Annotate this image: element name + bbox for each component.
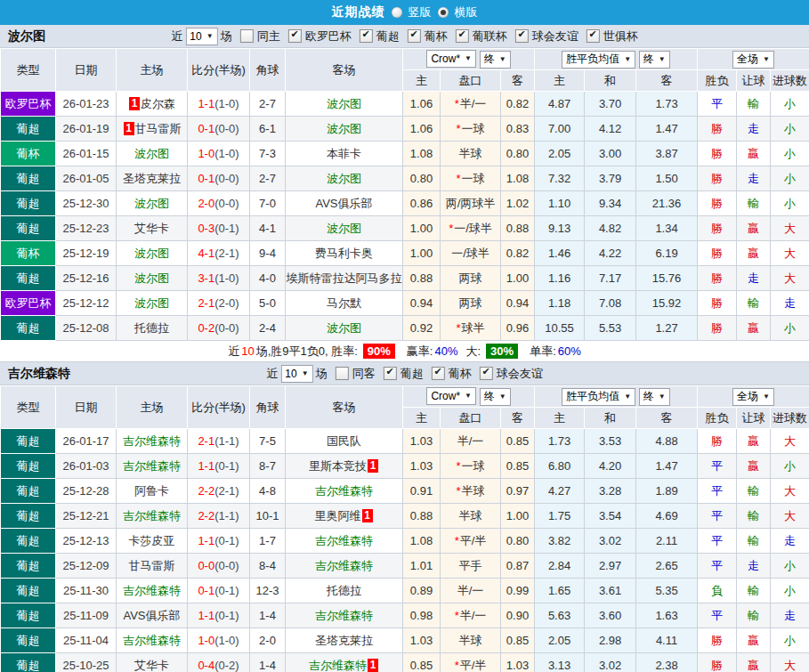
league-checkbox[interactable] (360, 29, 373, 43)
avg-metric-select[interactable]: 胜平负均值▼ (562, 51, 635, 69)
team-name: 吉尔维森特 (123, 434, 181, 448)
score-cell: 2-1(2-0) (188, 291, 250, 316)
caret-down-icon: ▼ (499, 393, 506, 401)
away-odds: 1.08 (501, 166, 535, 191)
match-date: 25-12-28 (56, 479, 117, 504)
league-checkbox[interactable] (515, 29, 529, 43)
half-time-score: (0-2) (214, 659, 239, 672)
competition-badge: 葡超 (1, 266, 55, 290)
competition-badge: 欧罗巴杯 (1, 291, 55, 315)
match-scope-select[interactable]: 全场▼ (732, 51, 774, 69)
league-checkbox[interactable] (587, 29, 600, 43)
team-name: 波尔图 (134, 247, 169, 260)
match-row: 葡超25-12-09甘马雷斯0-0(0-0)8-4吉尔维森特1.01平手0.87… (1, 554, 809, 579)
competition-cell: 葡超 (1, 216, 56, 241)
handicap-text: 半/一 (460, 609, 487, 622)
horizontal-layout-label: 横版 (455, 4, 478, 20)
avg-draw-odds: 4.82 (585, 216, 636, 241)
early-odds-star: * (456, 172, 460, 185)
league-checkbox[interactable] (408, 29, 421, 43)
match-row: 葡超26-01-17吉尔维森特2-1(1-1)7-5国民队1.03半/一0.85… (1, 429, 809, 454)
competition-badge: 葡超 (1, 166, 55, 190)
odds-time-select[interactable]: 终▼ (480, 51, 511, 69)
corner-score: 2-4 (250, 316, 286, 341)
score-cell: 1-0(1-0) (188, 142, 250, 166)
handicap-result-cell: 輸 (737, 291, 771, 316)
avg-group-header: 胜平负均值▼ 终▼ (535, 386, 698, 408)
league-checkbox[interactable] (456, 29, 469, 43)
team-name: 艾华卡 (134, 659, 169, 672)
half-time-score: (0-0) (214, 172, 239, 185)
odds-time-select[interactable]: 终▼ (480, 388, 511, 406)
handicap-text: 两/两球半 (446, 197, 496, 210)
match-row: 葡超25-11-04吉尔维森特1-0(1-0)2-0圣塔克莱拉1.03半球0.8… (1, 628, 809, 653)
handicap-text: 半/一 (460, 97, 487, 110)
sub-column-header: 进球数 (771, 408, 809, 429)
team-name: 皮尔森 (141, 97, 175, 110)
select-value: Crow* (431, 390, 460, 402)
home-team-cell: 吉尔维森特 (117, 504, 188, 529)
results-table: 类型日期主场比分(半场)角球客场Crow*▼ 终▼胜平负均值▼ 终▼全场▼主盘口… (0, 385, 809, 672)
avg-away-odds: 15.92 (636, 291, 698, 316)
handicap-result-cell: 輸 (737, 529, 771, 554)
goals-result-cell: 小 (771, 579, 809, 603)
avg-time-select[interactable]: 终▼ (639, 51, 670, 69)
same-venue-label: 同客 (352, 366, 376, 382)
league-checkbox[interactable] (384, 367, 397, 380)
match-row: 葡超25-12-21吉尔维森特2-2(1-1)10-1里奥阿维10.88半球1.… (1, 504, 809, 529)
sub-column-header: 胜负 (698, 408, 737, 429)
handicap: 半/一 (441, 579, 501, 603)
home-team-cell: 吉尔维森特 (117, 454, 188, 479)
select-value: 全场 (737, 52, 758, 67)
sub-column-header: 进球数 (771, 70, 809, 92)
avg-draw-odds: 5.53 (585, 316, 636, 341)
full-time-score: 0-1 (198, 122, 214, 135)
team-name: 圣塔克莱拉 (123, 172, 181, 185)
handicap-result-cell: 贏 (737, 241, 771, 266)
vertical-layout-radio[interactable] (392, 7, 402, 18)
avg-home-odds: 1.18 (535, 291, 585, 316)
half-time-score: (1-0) (214, 147, 239, 160)
column-header: 角球 (250, 386, 286, 429)
result-cell: 勝 (698, 429, 737, 454)
same-venue-checkbox[interactable] (240, 29, 254, 43)
column-header: 类型 (1, 49, 56, 92)
near-label: 近 (171, 28, 182, 45)
away-team-cell: 波尔图 (286, 216, 403, 241)
competition-badge: 葡超 (1, 579, 55, 603)
goals-result-cell: 小 (771, 92, 809, 117)
avg-metric-select[interactable]: 胜平负均值▼ (562, 388, 635, 406)
full-time-score: 0-1 (198, 172, 214, 185)
competition-cell: 葡超 (1, 266, 56, 291)
games-count-select[interactable]: 10▼ (280, 365, 312, 383)
match-row: 葡杯25-12-19波尔图4-1(2-1)9-4费马利卡奥1.00一/球半0.8… (1, 241, 809, 266)
corner-score: 7-3 (250, 142, 286, 166)
bookmaker-select[interactable]: Crow*▼ (426, 387, 476, 405)
bookmaker-select[interactable]: Crow*▼ (426, 50, 476, 68)
team-name: 甘马雷斯 (135, 122, 182, 135)
match-date: 26-01-15 (56, 142, 117, 166)
avg-home-odds: 3.13 (535, 653, 585, 672)
match-date: 25-11-30 (56, 579, 117, 603)
home-team-cell: 吉尔维森特 (117, 579, 188, 603)
horizontal-layout-radio[interactable] (438, 7, 449, 18)
full-time-score: 2-1 (198, 434, 214, 448)
match-scope-select[interactable]: 全场▼ (732, 388, 774, 406)
avg-time-select[interactable]: 终▼ (639, 388, 670, 406)
competition-badge: 葡超 (1, 117, 55, 141)
league-label: 球会友谊 (532, 28, 578, 45)
sub-column-header: 客 (501, 70, 535, 92)
handicap: *球半 (441, 316, 501, 341)
same-venue-checkbox[interactable] (336, 367, 349, 380)
half-time-score: (2-1) (214, 484, 239, 498)
league-checkbox[interactable] (288, 29, 302, 43)
team-name: 吉尔维森特 (315, 484, 373, 498)
home-team-cell: 卡莎皮亚 (117, 529, 188, 554)
result-cell: 勝 (698, 166, 737, 191)
games-count-select[interactable]: 10▼ (185, 28, 217, 45)
summary-segment: 60% (558, 344, 581, 358)
goals-result-cell: 大 (771, 479, 809, 504)
league-checkbox[interactable] (432, 367, 445, 380)
competition-cell: 葡超 (1, 653, 56, 672)
league-checkbox[interactable] (480, 367, 493, 380)
